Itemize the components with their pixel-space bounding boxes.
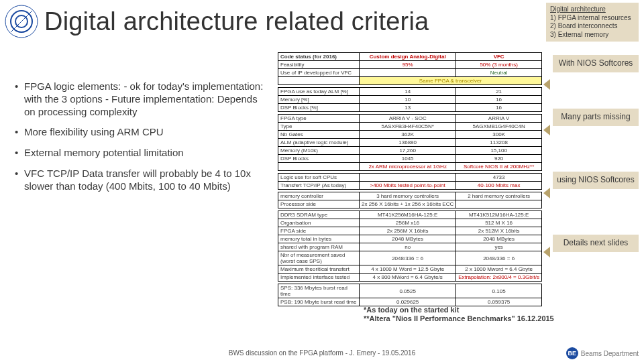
table-cell: Memory (M10k) [278,147,360,155]
table-cell: 95% [360,61,456,69]
table-cell: 4 x 1000 M Word = 12.5 Gbyte [360,265,456,274]
table-row: DSP Blocks [%]1316 [278,104,542,112]
arrow-left-icon [543,79,550,90]
table-cell: 16 [456,104,542,112]
table-row: Nbr of measurement saved (worst case SPS… [278,251,542,265]
callout-box: Many parts missing [553,109,639,126]
table-row: Transfert TCP/IP (As today)>400 Mbits te… [278,182,542,190]
table-cell: 113208 [456,139,542,147]
table-cell: 2x 256M X 16bits [360,227,456,235]
table-cell: 4 x 800 MWord = 6.4 Gbyte/s [360,274,456,282]
table-cell: 920 [456,155,542,163]
table-row: Processor side2x 256 X 16bits + 1x 256 x… [278,200,542,208]
footnote-line: *As today on the started kit [364,306,565,314]
table-cell: Organisation [278,219,360,227]
table-cell: DSP Blocks [278,155,360,163]
table-row: Memory [%]1016 [278,96,542,104]
table-row: 2x ARM microprocessor at 1GHzSoftcore NI… [278,163,542,171]
table-cell: 2x 256 X 16bits + 1x 256 x 16bits ECC [360,200,456,208]
table-cell: 17,260 [360,147,456,155]
table-cell: 2048 MBytes [360,235,456,243]
table-cell: ALM (adaptive logic module) [278,139,360,147]
bullet-item: VFC TCP/IP Data transfer will probably b… [15,168,270,193]
arrow-left-icon [543,247,550,257]
callout-box: Details next slides [553,235,639,252]
table-cell: 136880 [360,139,456,147]
table-cell [456,200,542,208]
table-cell: Feasibility [278,61,360,69]
table-cell: FPGA side [278,227,360,235]
table-cell: MT41K512M16HA-125:E [456,211,542,219]
table-cell: 2048/336 = 6 [456,251,542,265]
table-row: Memory (M10k)17,26015,100 [278,147,542,155]
table-cell: 300K [456,131,542,139]
table-row: Logic use for soft CPUs4733 [278,174,542,182]
table-cell: 0.059375 [456,298,542,306]
table-cell: >400 Mbits tested point-to-point [360,182,456,190]
table-cell: 16 [456,96,542,104]
table-row: Type5ASXFB3H4F40C5N*5AGXMB1G4F40C4N [278,123,542,131]
table-row: memory total in bytes2048 MBytes2048 MBy… [278,235,542,243]
table-cell: 3 hard memory controllers [360,192,456,200]
table-cell: 0.029625 [360,298,456,306]
table-cell: Code status (for 2016) [278,53,360,61]
criteria-table: Code status (for 2016)Custom design Anal… [278,52,542,306]
top-card-line: 3) External memory [550,31,635,40]
be-label: Beams Department [581,350,639,357]
table-cell: 0.0525 [360,284,456,298]
table-cell: 2048/336 = 6 [360,251,456,265]
table-cell: 0.105 [456,284,542,298]
table-cell: DDR3 SDRAM type [278,211,360,219]
table-cell: 13 [360,104,456,112]
table-cell: Custom design Analog-Digital [360,53,456,61]
top-card-heading: Digital architecture [550,5,635,14]
bullet-item: External memory potential limitation [15,147,270,160]
table-row: shared with program RAMnoyes [278,243,542,251]
table-row: Organisation256M x16512 M X 16 [278,219,542,227]
table-row: Implemented interface tested4 x 800 MWor… [278,274,542,282]
table-cell: memory total in bytes [278,235,360,243]
table-cell: Transfert TCP/IP (As today) [278,182,360,190]
table-row: Nb Gates362K300K [278,131,542,139]
table-row: DDR3 SDRAM typeMT41K256M16HA-125:EMT41K5… [278,211,542,219]
table-cell: FPGA type [278,115,360,123]
beams-dept-badge: BE Beams Department [566,347,639,359]
footnotes: *As today on the started kit **Altera "N… [364,306,565,323]
table-cell: 50% (3 months) [456,61,542,69]
table-cell: PSB: 190 Mbyte burst read time [278,298,360,306]
table-row: Maximum theoritical transfert4 x 1000 M … [278,265,542,274]
table-cell [278,163,360,171]
table-cell [278,77,360,85]
table-cell: MT41K256M16HA-125:E [360,211,456,219]
table-cell: DSP Blocks [%] [278,104,360,112]
be-icon: BE [566,347,578,359]
table-cell [360,69,456,77]
table-cell: 2 x 1000 Mword = 6.4 Gbyte [456,265,542,274]
table-row: Code status (for 2016)Custom design Anal… [278,53,542,61]
table-cell: 21 [456,88,542,96]
table-cell: 362K [360,131,456,139]
slide-footer: BWS discussion on the FPGA platform - J.… [0,349,644,357]
table-cell: VFC [456,53,542,61]
table-row: PSB: 190 Mbyte burst read time0.0296250.… [278,298,542,306]
table-cell: ARRIA V [456,115,542,123]
table-cell: SPS: 336 Mbytes burst read time [278,284,360,298]
top-card-line: 2) Board interconnects [550,22,635,31]
table-cell: Logic use for soft CPUs [278,174,360,182]
table-cell: ARRIA V - SOC [360,115,456,123]
table-cell: 5ASXFB3H4F40C5N* [360,123,456,131]
top-card-line: 1) FPGA internal resources [550,14,635,23]
bullet-list: FPGA logic elements: - ok for today's im… [15,80,270,200]
table-cell: 2 hard memory controllers [456,192,542,200]
table-cell: 15,100 [456,147,542,155]
table-cell: Nbr of measurement saved (worst case SPS… [278,251,360,265]
callout-box: With NIOS Softcores [553,55,639,72]
table-row: FPGA use as today ALM [%]1421 [278,88,542,96]
table-row: FPGA side2x 256M X 16bits2x 512M X 16bit… [278,227,542,235]
table-cell: Implemented interface tested [278,274,360,282]
table-cell: 2x ARM microprocessor at 1GHz [360,163,456,171]
table-cell: Softcore NIOS II at 200MHz** [456,163,542,171]
table-cell: shared with program RAM [278,243,360,251]
table-cell: Extrapolation: 2x800/4 = 0.3Gbit/s [456,274,542,282]
table-cell: Neutral [456,69,542,77]
